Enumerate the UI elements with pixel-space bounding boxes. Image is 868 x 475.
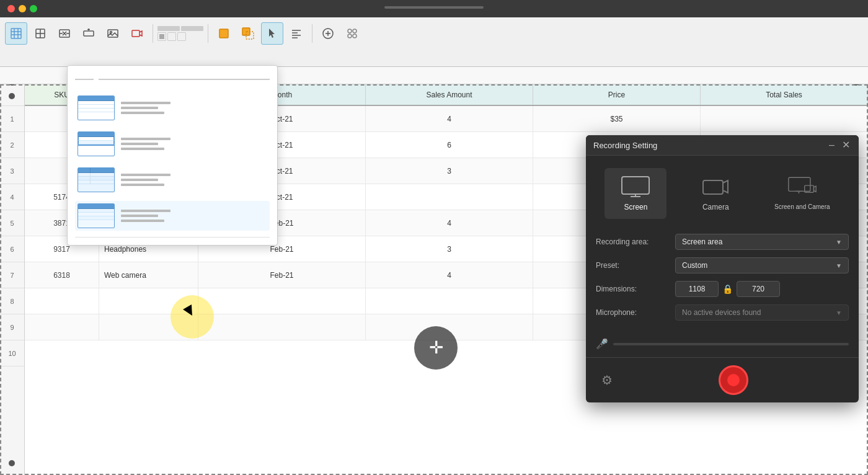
thumb-border-2 (78, 144, 114, 146)
more-shapes-button[interactable] (317, 22, 339, 45)
recording-area-dropdown[interactable]: Screen area ▼ (675, 234, 849, 250)
svg-point-27 (348, 29, 352, 33)
recording-area-row: Recording area: Screen area ▼ (596, 234, 849, 250)
cell-empty2-sku[interactable] (25, 314, 99, 340)
preset-dropdown[interactable]: Custom ▼ (675, 257, 849, 273)
cell-sales-3[interactable]: 3 (366, 158, 533, 184)
rec-mode-camera-button[interactable]: Camera (684, 168, 746, 219)
close-traffic-light[interactable] (7, 5, 15, 12)
cell-empty-product[interactable] (99, 288, 198, 314)
cell-sku-7[interactable]: 6318 (25, 262, 99, 288)
cursor-button[interactable] (261, 22, 283, 45)
dialog-footer: ⚙ (586, 357, 859, 402)
recording-area-arrow: ▼ (836, 239, 842, 246)
preset-arrow: ▼ (836, 262, 842, 269)
dialog-titlebar: Recording Setting – ✕ (586, 135, 859, 156)
svg-point-30 (353, 34, 356, 38)
rec-mode-screen-camera-button[interactable]: Screen and Camera (764, 168, 840, 219)
recording-dialog: Recording Setting – ✕ Screen (586, 135, 859, 402)
row-num-7: 7 (0, 262, 24, 288)
toolbar (0, 17, 868, 67)
svg-rect-35 (703, 180, 723, 194)
row-header: 1 2 3 4 5 6 7 8 9 10 (0, 84, 25, 475)
cell-empty-sales[interactable] (366, 288, 533, 314)
cell-product-7[interactable]: Web camera (99, 262, 198, 288)
select-shape-button[interactable] (213, 22, 235, 45)
cell-empty-sku[interactable] (25, 288, 99, 314)
align-left-button[interactable] (285, 22, 308, 45)
minimize-traffic-light[interactable] (19, 5, 26, 12)
row-handle-top[interactable] (9, 93, 15, 99)
text-line-2b (121, 143, 158, 145)
settings-gear-button[interactable]: ⚙ (596, 369, 618, 391)
microphone-dropdown[interactable]: No active devices found ▼ (675, 304, 849, 321)
style-option-1[interactable] (75, 93, 270, 123)
microphone-icon-button[interactable]: 🎤 (596, 338, 608, 350)
svg-marker-36 (723, 180, 728, 193)
width-input[interactable] (675, 281, 719, 297)
record-button[interactable] (719, 365, 748, 395)
header-line-right (99, 79, 270, 80)
cell-sales-1[interactable]: 4 (366, 106, 533, 131)
row-num-10: 10 (0, 340, 24, 366)
cell-empty2-sales[interactable] (366, 314, 533, 340)
border-button[interactable] (29, 22, 51, 45)
table-style-button[interactable] (5, 22, 27, 45)
svg-point-28 (353, 29, 356, 33)
cell-empty-month[interactable] (198, 288, 366, 314)
table-style-picker (67, 65, 278, 246)
row-handle-bottom[interactable] (9, 460, 15, 466)
volume-bar (613, 343, 849, 345)
traffic-lights (7, 5, 37, 12)
header-price: Price (533, 84, 701, 105)
screen-camera-mode-icon (787, 175, 817, 198)
row-num-3: 3 (0, 158, 24, 184)
cell-empty2-month[interactable] (198, 314, 366, 340)
style-option-2[interactable] (75, 129, 270, 159)
merge-cells-button[interactable] (53, 22, 76, 45)
svg-rect-37 (789, 177, 810, 191)
cell-total-1[interactable] (701, 106, 868, 131)
microphone-row: Microphone: No active devices found ▼ (596, 304, 849, 321)
cell-empty2-product[interactable] (99, 314, 198, 340)
cell-sales-5[interactable]: 4 (366, 210, 533, 236)
svg-marker-41 (813, 186, 816, 192)
row-num-2: 2 (0, 132, 24, 158)
insert-row-button[interactable] (78, 22, 100, 45)
svg-point-29 (348, 34, 352, 38)
gear-icon: ⚙ (601, 373, 613, 388)
cell-sales-2[interactable]: 6 (366, 132, 533, 158)
text-line-4b (121, 215, 158, 217)
symbols-button[interactable] (341, 22, 363, 45)
style-text-3 (121, 174, 170, 186)
row-num-6: 6 (0, 236, 24, 262)
dialog-controls: – ✕ (828, 140, 851, 150)
video-button[interactable] (126, 22, 148, 45)
row-num-1: 1 (0, 106, 24, 132)
style-text-4 (121, 210, 170, 222)
toolbar-sep-1 (153, 24, 153, 43)
dialog-close-button[interactable]: ✕ (841, 140, 851, 150)
dimensions-label: Dimensions: (596, 285, 670, 293)
cell-price-1[interactable]: $35 (533, 106, 701, 131)
transform-button[interactable] (237, 22, 259, 45)
style-option-4[interactable] (75, 201, 270, 231)
row-num-4: 4 (0, 184, 24, 210)
cell-sales-4[interactable] (366, 184, 533, 210)
toolbar-sep-2 (208, 24, 208, 43)
image-button[interactable] (102, 22, 124, 45)
dialog-minimize-button[interactable]: – (828, 140, 836, 150)
cell-month-7[interactable]: Feb-21 (198, 262, 366, 288)
lock-icon: 🔒 (722, 284, 733, 294)
rec-mode-screen-button[interactable]: Screen (604, 168, 666, 219)
style-option-3[interactable] (75, 165, 270, 195)
preset-row: Preset: Custom ▼ (596, 257, 849, 273)
thumb-row-1c (78, 109, 114, 112)
maximize-traffic-light[interactable] (30, 5, 37, 12)
dimensions-inputs: 🔒 (675, 281, 849, 297)
text-line-1c (121, 112, 164, 114)
height-input[interactable] (737, 281, 780, 297)
cell-sales-7[interactable]: 4 (366, 262, 533, 288)
text-line-2c (121, 148, 164, 150)
cell-sales-6[interactable]: 3 (366, 236, 533, 262)
